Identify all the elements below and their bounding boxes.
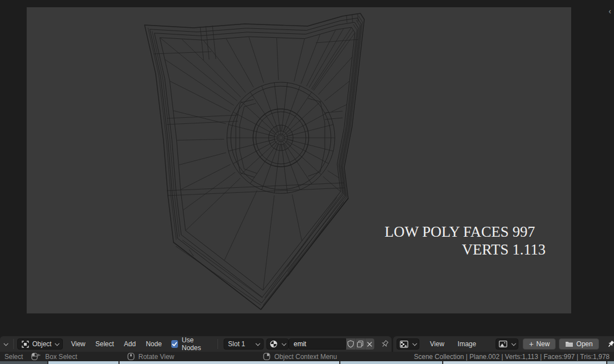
material-browse-dropdown[interactable] (266, 338, 289, 350)
editor-type-chevron-icon[interactable] (2, 342, 10, 346)
shield-icon (347, 340, 354, 348)
material-sphere-icon (270, 340, 278, 348)
pin-outline-icon (380, 340, 389, 349)
slot-dropdown[interactable]: Slot 1 (224, 338, 264, 350)
chevron-down-icon (412, 341, 417, 346)
scene-stats: Scene Collection | Plane.002 | Verts:1,1… (414, 353, 610, 361)
chevron-down-icon (512, 341, 516, 346)
separator (13, 339, 14, 349)
sliver-segment (48, 361, 118, 364)
sliver-segment (607, 361, 614, 364)
new-material-copy-button[interactable] (355, 338, 365, 350)
chevron-down-icon (281, 341, 286, 346)
mouse-middle-icon (127, 352, 135, 361)
mode-dropdown[interactable]: Object (17, 338, 63, 350)
object-mode-icon (22, 341, 29, 348)
chevron-down-icon (255, 341, 260, 346)
chevron-down-icon (55, 341, 59, 346)
sliver-segment (120, 361, 339, 364)
separator (217, 339, 218, 349)
use-nodes-label: Use Nodes (182, 336, 210, 352)
editor-headers: Object View Select Add Node Use Nodes Sl… (0, 336, 614, 352)
check-icon (172, 342, 177, 347)
image-editor-type-dropdown[interactable] (397, 338, 419, 350)
copy-icon (356, 340, 364, 348)
menu-image-view[interactable]: View (425, 338, 449, 350)
image-viewport[interactable]: LOW POLY FACES 997 VERTS 1.113 (27, 7, 571, 313)
plus-icon: + (529, 341, 533, 347)
menu-node[interactable]: Node (141, 338, 167, 350)
mode-label: Object (32, 340, 52, 348)
overlay-line1: LOW POLY FACES 997 (384, 223, 546, 241)
pin-filled-icon (606, 340, 614, 349)
status-bar: Select Box Select Rotate View Object Con… (0, 352, 614, 361)
open-image-button[interactable]: Open (559, 338, 598, 350)
sliver-segment (0, 361, 47, 364)
close-icon (367, 341, 373, 347)
image-editor-header: View Image + New Open (393, 336, 614, 352)
status-box-select-label: Box Select (45, 353, 77, 361)
shader-editor-header: Object View Select Add Node Use Nodes Sl… (0, 336, 392, 352)
mouse-right-icon (263, 352, 270, 361)
use-nodes-checkbox[interactable] (171, 340, 178, 348)
sliver-segment (340, 361, 442, 364)
overlay-line2: VERTS 1.113 (384, 241, 546, 258)
render-overlay-text: LOW POLY FACES 997 VERTS 1.113 (384, 223, 546, 258)
background-window-sliver (0, 361, 614, 364)
pin-material-button[interactable] (380, 340, 389, 349)
menu-select[interactable]: Select (90, 338, 118, 350)
sliver-segment (443, 361, 606, 364)
new-button-label: New (536, 340, 549, 348)
sidebar-collapse-arrow[interactable]: ‹ (608, 7, 611, 15)
image-editor-icon (400, 341, 408, 348)
image-browse-dropdown[interactable] (496, 338, 518, 350)
menu-view[interactable]: View (66, 338, 91, 350)
image-icon (499, 341, 507, 347)
pin-image-button[interactable] (606, 340, 614, 349)
status-rotate-view-label: Rotate View (138, 353, 174, 361)
menu-image[interactable]: Image (453, 338, 481, 350)
slot-label: Slot 1 (228, 340, 245, 348)
open-button-label: Open (576, 340, 592, 348)
status-select-label: Select (4, 353, 23, 361)
fake-user-shield-button[interactable] (346, 338, 355, 350)
new-image-button[interactable]: + New (523, 338, 556, 350)
material-name-value: emit (294, 340, 306, 348)
wireframe-svg (27, 7, 571, 313)
status-context-menu-label: Object Context Menu (274, 353, 337, 361)
menu-add[interactable]: Add (119, 338, 141, 350)
folder-icon (565, 341, 573, 347)
blender-window: LOW POLY FACES 997 VERTS 1.113 ‹ Object … (0, 0, 614, 364)
mouse-left-drag-icon (31, 352, 41, 361)
material-name-field[interactable]: emit (289, 338, 346, 350)
unlink-button[interactable] (365, 338, 374, 350)
